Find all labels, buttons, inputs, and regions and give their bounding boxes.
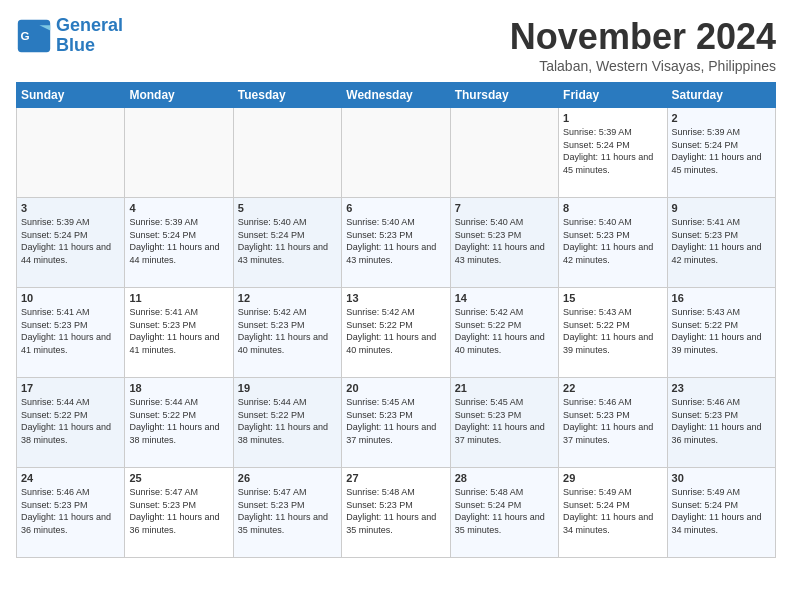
- day-info: Sunrise: 5:39 AM Sunset: 5:24 PM Dayligh…: [129, 216, 228, 266]
- calendar-cell: 11Sunrise: 5:41 AM Sunset: 5:23 PM Dayli…: [125, 288, 233, 378]
- day-info: Sunrise: 5:46 AM Sunset: 5:23 PM Dayligh…: [563, 396, 662, 446]
- calendar-cell: 16Sunrise: 5:43 AM Sunset: 5:22 PM Dayli…: [667, 288, 775, 378]
- day-number: 29: [563, 472, 662, 484]
- day-number: 3: [21, 202, 120, 214]
- week-row-3: 10Sunrise: 5:41 AM Sunset: 5:23 PM Dayli…: [17, 288, 776, 378]
- day-number: 18: [129, 382, 228, 394]
- day-number: 4: [129, 202, 228, 214]
- calendar-cell: 29Sunrise: 5:49 AM Sunset: 5:24 PM Dayli…: [559, 468, 667, 558]
- day-number: 10: [21, 292, 120, 304]
- weekday-header-monday: Monday: [125, 83, 233, 108]
- calendar-cell: 17Sunrise: 5:44 AM Sunset: 5:22 PM Dayli…: [17, 378, 125, 468]
- day-number: 13: [346, 292, 445, 304]
- day-info: Sunrise: 5:49 AM Sunset: 5:24 PM Dayligh…: [563, 486, 662, 536]
- day-info: Sunrise: 5:43 AM Sunset: 5:22 PM Dayligh…: [563, 306, 662, 356]
- day-info: Sunrise: 5:40 AM Sunset: 5:23 PM Dayligh…: [346, 216, 445, 266]
- logo-text: General Blue: [56, 16, 123, 56]
- day-info: Sunrise: 5:44 AM Sunset: 5:22 PM Dayligh…: [21, 396, 120, 446]
- calendar-cell: 5Sunrise: 5:40 AM Sunset: 5:24 PM Daylig…: [233, 198, 341, 288]
- logo: G General Blue: [16, 16, 123, 56]
- week-row-5: 24Sunrise: 5:46 AM Sunset: 5:23 PM Dayli…: [17, 468, 776, 558]
- day-info: Sunrise: 5:41 AM Sunset: 5:23 PM Dayligh…: [672, 216, 771, 266]
- calendar-cell: 3Sunrise: 5:39 AM Sunset: 5:24 PM Daylig…: [17, 198, 125, 288]
- weekday-header-tuesday: Tuesday: [233, 83, 341, 108]
- day-number: 27: [346, 472, 445, 484]
- calendar-cell: 22Sunrise: 5:46 AM Sunset: 5:23 PM Dayli…: [559, 378, 667, 468]
- calendar-cell: [17, 108, 125, 198]
- day-info: Sunrise: 5:45 AM Sunset: 5:23 PM Dayligh…: [455, 396, 554, 446]
- calendar-cell: 25Sunrise: 5:47 AM Sunset: 5:23 PM Dayli…: [125, 468, 233, 558]
- month-title: November 2024: [510, 16, 776, 58]
- calendar-cell: 13Sunrise: 5:42 AM Sunset: 5:22 PM Dayli…: [342, 288, 450, 378]
- day-info: Sunrise: 5:39 AM Sunset: 5:24 PM Dayligh…: [21, 216, 120, 266]
- day-info: Sunrise: 5:47 AM Sunset: 5:23 PM Dayligh…: [238, 486, 337, 536]
- day-number: 14: [455, 292, 554, 304]
- calendar-cell: 15Sunrise: 5:43 AM Sunset: 5:22 PM Dayli…: [559, 288, 667, 378]
- day-number: 1: [563, 112, 662, 124]
- day-info: Sunrise: 5:44 AM Sunset: 5:22 PM Dayligh…: [129, 396, 228, 446]
- calendar-cell: [233, 108, 341, 198]
- day-info: Sunrise: 5:41 AM Sunset: 5:23 PM Dayligh…: [129, 306, 228, 356]
- day-info: Sunrise: 5:42 AM Sunset: 5:23 PM Dayligh…: [238, 306, 337, 356]
- location: Talaban, Western Visayas, Philippines: [510, 58, 776, 74]
- day-number: 2: [672, 112, 771, 124]
- day-number: 17: [21, 382, 120, 394]
- day-info: Sunrise: 5:42 AM Sunset: 5:22 PM Dayligh…: [455, 306, 554, 356]
- weekday-header-sunday: Sunday: [17, 83, 125, 108]
- page-header: G General Blue November 2024 Talaban, We…: [16, 16, 776, 74]
- day-number: 28: [455, 472, 554, 484]
- calendar-cell: 14Sunrise: 5:42 AM Sunset: 5:22 PM Dayli…: [450, 288, 558, 378]
- weekday-header-thursday: Thursday: [450, 83, 558, 108]
- day-number: 19: [238, 382, 337, 394]
- calendar-cell: 12Sunrise: 5:42 AM Sunset: 5:23 PM Dayli…: [233, 288, 341, 378]
- day-number: 24: [21, 472, 120, 484]
- day-info: Sunrise: 5:39 AM Sunset: 5:24 PM Dayligh…: [672, 126, 771, 176]
- calendar-cell: [342, 108, 450, 198]
- weekday-header-wednesday: Wednesday: [342, 83, 450, 108]
- title-area: November 2024 Talaban, Western Visayas, …: [510, 16, 776, 74]
- weekday-header-saturday: Saturday: [667, 83, 775, 108]
- calendar-cell: 18Sunrise: 5:44 AM Sunset: 5:22 PM Dayli…: [125, 378, 233, 468]
- day-info: Sunrise: 5:48 AM Sunset: 5:23 PM Dayligh…: [346, 486, 445, 536]
- day-info: Sunrise: 5:40 AM Sunset: 5:23 PM Dayligh…: [455, 216, 554, 266]
- day-info: Sunrise: 5:44 AM Sunset: 5:22 PM Dayligh…: [238, 396, 337, 446]
- calendar-cell: 6Sunrise: 5:40 AM Sunset: 5:23 PM Daylig…: [342, 198, 450, 288]
- day-info: Sunrise: 5:41 AM Sunset: 5:23 PM Dayligh…: [21, 306, 120, 356]
- day-info: Sunrise: 5:40 AM Sunset: 5:24 PM Dayligh…: [238, 216, 337, 266]
- calendar-cell: [125, 108, 233, 198]
- weekday-header-friday: Friday: [559, 83, 667, 108]
- calendar-cell: 1Sunrise: 5:39 AM Sunset: 5:24 PM Daylig…: [559, 108, 667, 198]
- weekday-header-row: SundayMondayTuesdayWednesdayThursdayFrid…: [17, 83, 776, 108]
- calendar-cell: 26Sunrise: 5:47 AM Sunset: 5:23 PM Dayli…: [233, 468, 341, 558]
- calendar-cell: 21Sunrise: 5:45 AM Sunset: 5:23 PM Dayli…: [450, 378, 558, 468]
- calendar-cell: 28Sunrise: 5:48 AM Sunset: 5:24 PM Dayli…: [450, 468, 558, 558]
- day-info: Sunrise: 5:45 AM Sunset: 5:23 PM Dayligh…: [346, 396, 445, 446]
- svg-text:G: G: [21, 28, 30, 41]
- calendar-cell: 20Sunrise: 5:45 AM Sunset: 5:23 PM Dayli…: [342, 378, 450, 468]
- calendar-cell: 9Sunrise: 5:41 AM Sunset: 5:23 PM Daylig…: [667, 198, 775, 288]
- day-info: Sunrise: 5:40 AM Sunset: 5:23 PM Dayligh…: [563, 216, 662, 266]
- day-number: 30: [672, 472, 771, 484]
- calendar-table: SundayMondayTuesdayWednesdayThursdayFrid…: [16, 82, 776, 558]
- calendar-cell: 19Sunrise: 5:44 AM Sunset: 5:22 PM Dayli…: [233, 378, 341, 468]
- week-row-2: 3Sunrise: 5:39 AM Sunset: 5:24 PM Daylig…: [17, 198, 776, 288]
- day-number: 22: [563, 382, 662, 394]
- day-info: Sunrise: 5:39 AM Sunset: 5:24 PM Dayligh…: [563, 126, 662, 176]
- day-info: Sunrise: 5:46 AM Sunset: 5:23 PM Dayligh…: [21, 486, 120, 536]
- day-info: Sunrise: 5:46 AM Sunset: 5:23 PM Dayligh…: [672, 396, 771, 446]
- calendar-cell: 4Sunrise: 5:39 AM Sunset: 5:24 PM Daylig…: [125, 198, 233, 288]
- calendar-cell: [450, 108, 558, 198]
- day-number: 21: [455, 382, 554, 394]
- day-number: 16: [672, 292, 771, 304]
- day-info: Sunrise: 5:48 AM Sunset: 5:24 PM Dayligh…: [455, 486, 554, 536]
- day-info: Sunrise: 5:47 AM Sunset: 5:23 PM Dayligh…: [129, 486, 228, 536]
- day-number: 8: [563, 202, 662, 214]
- logo-icon: G: [16, 18, 52, 54]
- day-info: Sunrise: 5:43 AM Sunset: 5:22 PM Dayligh…: [672, 306, 771, 356]
- day-number: 20: [346, 382, 445, 394]
- calendar-cell: 10Sunrise: 5:41 AM Sunset: 5:23 PM Dayli…: [17, 288, 125, 378]
- day-number: 5: [238, 202, 337, 214]
- calendar-cell: 23Sunrise: 5:46 AM Sunset: 5:23 PM Dayli…: [667, 378, 775, 468]
- week-row-1: 1Sunrise: 5:39 AM Sunset: 5:24 PM Daylig…: [17, 108, 776, 198]
- day-number: 25: [129, 472, 228, 484]
